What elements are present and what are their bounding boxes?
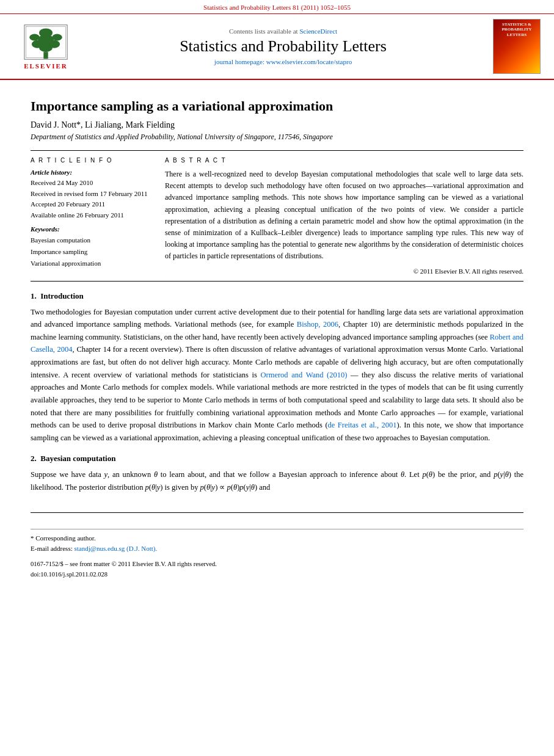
journal-header: ELSEVIER Contents lists available at Sci…: [0, 14, 554, 80]
cover-title: STATISTICS &PROBABILITYLETTERS: [501, 22, 531, 37]
journal-title-block: Contents lists available at ScienceDirec…: [79, 27, 487, 65]
article-affiliation: Department of Statistics and Applied Pro…: [31, 133, 523, 142]
article-info-abstract-section: A R T I C L E I N F O Article history: R…: [31, 150, 523, 282]
elsevier-tree-icon: [21, 24, 70, 60]
history-label: Article history:: [31, 169, 153, 176]
footer-divider: * Corresponding author. E-mail address: …: [31, 512, 523, 578]
doi-note: doi:10.1016/j.spl.2011.02.028: [31, 571, 523, 578]
abstract-column: A B S T R A C T There is a well-recogniz…: [165, 157, 523, 275]
received-date: Received 24 May 2010: [31, 178, 153, 189]
keywords-label: Keywords:: [31, 225, 153, 233]
defreitas-link[interactable]: de Freitas et al., 2001: [328, 421, 397, 429]
journal-volume-info: Statistics and Probability Letters 81 (2…: [0, 0, 554, 14]
robert-casella-link[interactable]: Robert and Casella, 2004: [31, 333, 523, 354]
elsevier-brand: ELSEVIER: [24, 62, 68, 70]
elsevier-logo: ELSEVIER: [12, 24, 79, 70]
accepted-date: Accepted 20 February 2011: [31, 199, 153, 210]
footnote-section: * Corresponding author. E-mail address: …: [31, 529, 523, 554]
article-info-header: A R T I C L E I N F O: [31, 157, 153, 164]
ormerod-wand-link[interactable]: Ormerod and Wand (2010): [260, 371, 347, 379]
bayesian-body-text: Suppose we have data y, an unknown θ to …: [31, 468, 523, 493]
article-dates: Received 24 May 2010 Received in revised…: [31, 178, 153, 220]
intro-body-text: Two methodologies for Bayesian computati…: [31, 306, 523, 445]
svg-point-5: [29, 34, 40, 40]
article-title: Importance sampling as a variational app…: [31, 98, 523, 114]
bishop-link[interactable]: Bishop, 2006: [297, 320, 338, 329]
intro-section-title: 1. Introduction: [31, 291, 523, 301]
journal-homepage: journal homepage: www.elsevier.com/locat…: [79, 58, 487, 65]
corresponding-author-note: * Corresponding author.: [31, 533, 523, 544]
journal-cover: STATISTICS &PROBABILITYLETTERS: [493, 19, 542, 74]
copyright-line: © 2011 Elsevier B.V. All rights reserved…: [165, 267, 523, 275]
svg-point-6: [52, 34, 62, 40]
svg-point-7: [39, 28, 53, 37]
keyword-3: Variational approximation: [31, 258, 153, 269]
keyword-1: Bayesian computation: [31, 234, 153, 246]
journal-name: Statistics and Probability Letters: [79, 37, 487, 56]
sciencedirect-link[interactable]: ScienceDirect: [299, 27, 337, 35]
abstract-text: There is a well-recognized need to devel…: [165, 169, 523, 263]
revised-date: Received in revised form 17 February 201…: [31, 189, 153, 200]
main-content: Importance sampling as a variational app…: [0, 80, 554, 590]
article-authors: David J. Nott*, Li Jialiang, Mark Fieldi…: [31, 120, 523, 130]
cover-image: STATISTICS &PROBABILITYLETTERS: [493, 19, 541, 74]
available-date: Available online 26 February 2011: [31, 210, 153, 221]
license-note: 0167-7152/$ – see front matter © 2011 El…: [31, 559, 523, 570]
sciencedirect-line: Contents lists available at ScienceDirec…: [79, 27, 487, 35]
email-link[interactable]: standj@nus.edu.sg (D.J. Nott).: [74, 545, 157, 552]
journal-homepage-link[interactable]: www.elsevier.com/locate/stapro: [266, 58, 352, 65]
bayesian-section-title: 2. Bayesian computation: [31, 454, 523, 463]
article-info-column: A R T I C L E I N F O Article history: R…: [31, 157, 153, 275]
abstract-header: A B S T R A C T: [165, 157, 523, 164]
keyword-2: Importance sampling: [31, 246, 153, 258]
email-note: E-mail address: standj@nus.edu.sg (D.J. …: [31, 543, 523, 554]
